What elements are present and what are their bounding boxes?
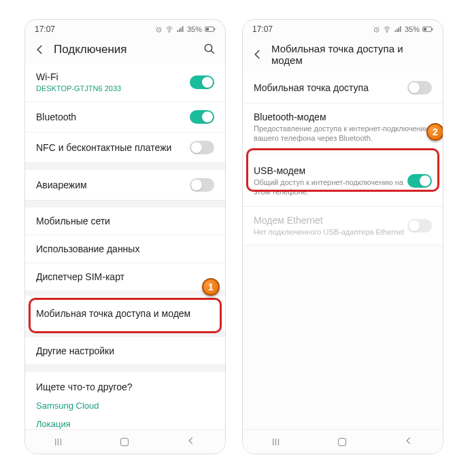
section-gap bbox=[25, 365, 225, 372]
row-data-usage[interactable]: Использование данных bbox=[25, 235, 225, 263]
status-icons: 35% bbox=[155, 25, 216, 33]
back-icon[interactable] bbox=[33, 43, 47, 56]
section-gap bbox=[25, 163, 225, 170]
status-bar: 17:07 35% bbox=[25, 20, 225, 39]
nav-home-icon[interactable] bbox=[338, 438, 346, 446]
svg-rect-9 bbox=[424, 28, 426, 31]
row-title: Диспетчер SIM-карт bbox=[36, 271, 214, 282]
svg-rect-10 bbox=[432, 29, 433, 31]
signal-icon bbox=[176, 25, 184, 33]
row-other-settings[interactable]: Другие настройки bbox=[25, 337, 225, 365]
svg-point-7 bbox=[386, 32, 387, 33]
status-bar: 17:07 35% bbox=[243, 20, 443, 39]
svg-point-5 bbox=[205, 44, 212, 52]
alarm-icon bbox=[373, 26, 380, 33]
search-more-block: Ищете что-то другое? Samsung Cloud Локац… bbox=[25, 372, 225, 429]
row-title: Модем Ethernet bbox=[254, 215, 407, 226]
toggle-usb-modem[interactable] bbox=[407, 174, 432, 188]
header-title: Подключения bbox=[54, 43, 197, 56]
row-sub: Общий доступ к интернет-подключению на э… bbox=[254, 177, 407, 197]
nav-back-icon[interactable] bbox=[404, 436, 414, 447]
row-sub: DESKTOP-GTJTN6 2033 bbox=[36, 84, 190, 93]
row-hotspot-tether[interactable]: Мобильная точка доступа и модем bbox=[25, 296, 225, 332]
row-ethernet-modem: Модем Ethernet Нет подключенного USB-ада… bbox=[243, 207, 443, 245]
nav-bar: III bbox=[243, 429, 443, 454]
screen-header: Мобильная точка доступа и модем bbox=[243, 39, 443, 73]
battery-text: 35% bbox=[405, 25, 420, 33]
link-samsung-cloud[interactable]: Samsung Cloud bbox=[36, 401, 214, 411]
header-title: Мобильная точка доступа и модем bbox=[271, 43, 435, 66]
row-mobile-networks[interactable]: Мобильные сети bbox=[25, 207, 225, 235]
toggle-hotspot[interactable] bbox=[407, 81, 432, 95]
svg-point-1 bbox=[169, 32, 169, 33]
badge-2: 2 bbox=[426, 123, 443, 141]
toggle-airplane[interactable] bbox=[190, 178, 214, 192]
screen-header: Подключения bbox=[25, 39, 225, 63]
search-icon[interactable] bbox=[203, 43, 217, 56]
row-title: Мобильная точка доступа и модем bbox=[36, 308, 214, 319]
row-usb-modem[interactable]: USB-модем Общий доступ к интернет-подклю… bbox=[243, 156, 443, 207]
toggle-nfc[interactable] bbox=[190, 141, 214, 154]
link-location[interactable]: Локация bbox=[36, 419, 214, 429]
row-bluetooth-modem[interactable]: Bluetooth-модем Предоставление доступа к… bbox=[243, 103, 443, 152]
nav-back-icon[interactable] bbox=[186, 436, 196, 447]
settings-scroll[interactable]: Мобильная точка доступа Bluetooth-модем … bbox=[243, 73, 443, 429]
row-title: Мобильная точка доступа bbox=[254, 82, 407, 93]
row-title: Wi-Fi bbox=[36, 71, 190, 82]
battery-icon bbox=[205, 26, 216, 33]
wifi-icon bbox=[165, 25, 173, 33]
alarm-icon bbox=[155, 26, 163, 33]
row-title: Авиарежим bbox=[36, 180, 190, 190]
battery-icon bbox=[422, 26, 433, 33]
toggle-bluetooth[interactable] bbox=[190, 110, 214, 124]
row-title: USB-модем bbox=[254, 165, 407, 176]
battery-text: 35% bbox=[187, 25, 202, 33]
section-gap bbox=[25, 332, 225, 337]
row-airplane[interactable]: Авиарежим bbox=[25, 170, 225, 201]
row-nfc[interactable]: NFC и бесконтактные платежи bbox=[25, 133, 225, 163]
row-sub: Нет подключенного USB-адаптера Ethernet bbox=[254, 227, 407, 237]
settings-scroll[interactable]: Wi-Fi DESKTOP-GTJTN6 2033 Bluetooth NFC … bbox=[25, 63, 225, 429]
row-mobile-hotspot[interactable]: Мобильная точка доступа bbox=[243, 73, 443, 103]
nav-bar: III bbox=[25, 429, 225, 454]
wifi-icon bbox=[383, 25, 391, 33]
row-bluetooth[interactable]: Bluetooth bbox=[25, 102, 225, 133]
row-title: Другие настройки bbox=[36, 345, 214, 356]
phone-left: 17:07 35% Подключения Wi-Fi DESKTOP-GTJT… bbox=[24, 19, 226, 454]
row-title: Мобильные сети bbox=[36, 216, 214, 226]
row-title: Bluetooth-модем bbox=[254, 112, 432, 122]
nav-home-icon[interactable] bbox=[120, 438, 129, 446]
search-more-question: Ищете что-то другое? bbox=[36, 381, 214, 392]
svg-rect-4 bbox=[214, 29, 215, 31]
row-title: Использование данных bbox=[36, 243, 214, 254]
nav-recent-icon[interactable]: III bbox=[272, 437, 280, 447]
toggle-wifi[interactable] bbox=[190, 75, 214, 89]
phone-right: 17:07 35% Мобильная точка доступа и моде… bbox=[242, 19, 443, 454]
status-icons: 35% bbox=[373, 25, 433, 33]
row-wifi[interactable]: Wi-Fi DESKTOP-GTJTN6 2033 bbox=[25, 63, 225, 102]
signal-icon bbox=[394, 25, 402, 33]
status-time: 17:07 bbox=[252, 24, 273, 34]
nav-recent-icon[interactable]: III bbox=[54, 437, 63, 447]
badge-1: 1 bbox=[202, 278, 220, 296]
section-gap bbox=[25, 290, 225, 296]
toggle-ethernet-modem bbox=[407, 219, 432, 233]
section-gap bbox=[25, 201, 225, 207]
row-sim-manager[interactable]: Диспетчер SIM-карт bbox=[25, 263, 225, 290]
row-sub: Предоставление доступа к интернет-подклю… bbox=[254, 124, 432, 143]
row-title: NFC и бесконтактные платежи bbox=[36, 142, 190, 153]
row-title: Bluetooth bbox=[36, 112, 190, 122]
back-icon[interactable] bbox=[251, 48, 265, 61]
status-time: 17:07 bbox=[35, 24, 55, 34]
svg-rect-3 bbox=[206, 28, 209, 31]
